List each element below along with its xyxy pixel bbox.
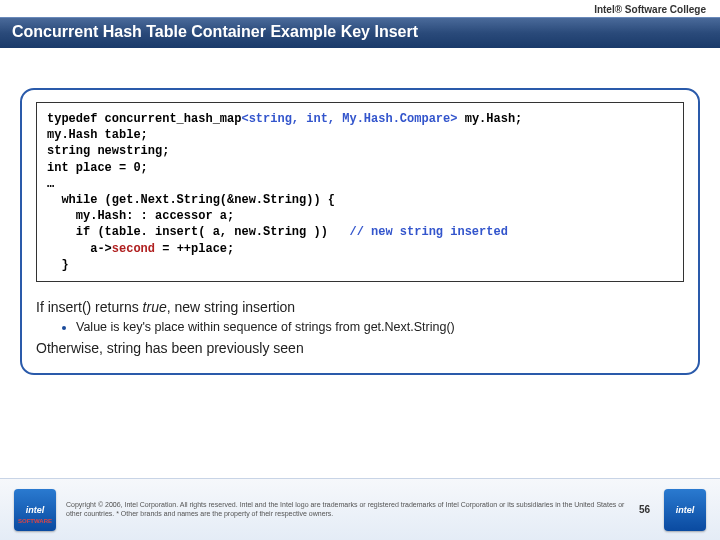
explain-bullet-text: Value is key's place within sequence of … [76,320,455,334]
code-line-1a: typedef concurrent_hash_map [47,112,241,126]
explain-list: Value is key's place within sequence of … [76,319,684,337]
logo-text-right: intel [676,505,695,515]
code-line-8a: if (table. insert( a, new.String )) [47,225,349,239]
explanation: If insert() returns true, new string ins… [36,298,684,359]
explain-p2: Otherwise, string has been previously se… [36,339,684,359]
code-line-3: string newstring; [47,144,169,158]
explain-p1c: , new string insertion [167,299,295,315]
code-line-2: my.Hash table; [47,128,148,142]
code-line-7: my.Hash: : accessor a; [47,209,234,223]
code-comment: // new string inserted [349,225,507,239]
slide-title: Concurrent Hash Table Container Example … [0,17,720,48]
content-box: typedef concurrent_hash_map<string, int,… [20,88,700,375]
copyright-text: Copyright © 2006, Intel Corporation. All… [56,501,639,518]
code-line-4: int place = 0; [47,161,148,175]
code-line-6: while (get.Next.String(&new.String)) { [47,193,335,207]
explain-bullet: Value is key's place within sequence of … [76,319,684,337]
page-number: 56 [639,504,664,515]
code-line-10: } [47,258,69,272]
code-line-1c: my.Hash; [457,112,522,126]
explain-p1b: true [143,299,167,315]
explain-p1: If insert() returns true, new string ins… [36,298,684,318]
code-template-params: <string, int, My.Hash.Compare> [241,112,457,126]
logo-text: intel [26,505,45,515]
code-keyword-second: second [112,242,155,256]
code-line-9a: a-> [47,242,112,256]
code-line-5: … [47,177,54,191]
explain-p1a: If insert() returns [36,299,143,315]
header-label: Intel® Software College [0,0,720,17]
intel-logo: intel [664,489,706,531]
code-line-9c: = ++place; [155,242,234,256]
code-block: typedef concurrent_hash_map<string, int,… [36,102,684,282]
intel-software-logo: intel SOFTWARE [14,489,56,531]
footer: intel SOFTWARE Copyright © 2006, Intel C… [0,478,720,540]
logo-subtext: SOFTWARE [18,518,52,524]
